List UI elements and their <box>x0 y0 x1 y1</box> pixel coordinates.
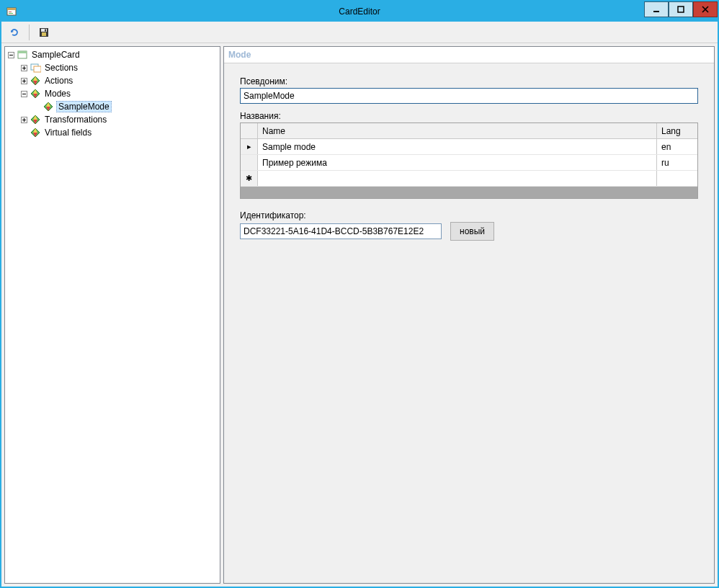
diamond-icon <box>30 75 41 86</box>
tree-panel[interactable]: SampleCard Sections <box>4 46 220 584</box>
tree-label: SampleCard <box>30 50 81 60</box>
expand-toggle-icon[interactable] <box>6 50 15 59</box>
maximize-button[interactable] <box>669 1 693 17</box>
identifier-input[interactable] <box>240 223 442 239</box>
tree-node-modes[interactable]: Modes <box>19 87 218 100</box>
table-row[interactable]: ▸ Sample mode en <box>241 139 697 155</box>
alias-input[interactable] <box>240 88 698 104</box>
row-selector-icon[interactable]: ▸ <box>241 139 258 154</box>
names-grid[interactable]: Name Lang ▸ Sample mode en Пример режима… <box>240 122 698 199</box>
expand-toggle-icon[interactable] <box>19 76 28 85</box>
tree-node-virtualfields[interactable]: Virtual fields <box>19 126 218 139</box>
content-area: SampleCard Sections <box>1 43 718 587</box>
tree-label: Modes <box>43 89 72 99</box>
app-window: CardEditor <box>0 0 719 588</box>
toolbar-separator <box>29 24 30 40</box>
svg-rect-3 <box>9 13 13 14</box>
save-icon <box>38 27 50 38</box>
row-header[interactable] <box>241 155 258 170</box>
expand-toggle-icon[interactable] <box>19 63 28 72</box>
diamond-icon <box>30 114 41 125</box>
table-row[interactable]: Пример режима ru <box>241 155 697 171</box>
section-header: Mode <box>224 47 714 63</box>
cell-name[interactable]: Sample mode <box>258 139 657 154</box>
tree-label: Sections <box>43 63 79 73</box>
diamond-icon <box>30 88 41 99</box>
cell-lang[interactable] <box>657 171 697 186</box>
svg-rect-2 <box>9 12 12 12</box>
detail-panel: Mode Псевдоним: Названия: Name Lang <box>223 46 715 584</box>
tree-label: Virtual fields <box>43 128 93 138</box>
col-header-lang[interactable]: Lang <box>657 123 697 138</box>
minimize-button[interactable] <box>644 1 669 17</box>
tree-label: Actions <box>43 76 74 86</box>
reload-button[interactable] <box>6 24 23 41</box>
tree-node-transformations[interactable]: Transformations <box>19 113 218 126</box>
cell-name[interactable]: Пример режима <box>258 155 657 170</box>
window-title: CardEditor <box>1 6 718 17</box>
cell-lang[interactable]: en <box>657 139 697 154</box>
new-row[interactable]: ✱ <box>241 171 697 187</box>
alias-label: Псевдоним: <box>240 76 698 86</box>
tree-node-samplemode[interactable]: SampleMode <box>32 100 218 113</box>
col-header-name[interactable]: Name <box>258 123 657 138</box>
tree-node-root[interactable]: SampleCard <box>6 48 218 61</box>
card-icon <box>17 49 28 61</box>
tree-node-sections[interactable]: Sections <box>19 61 218 74</box>
svg-rect-13 <box>18 51 27 53</box>
tree-label: Transformations <box>43 115 108 125</box>
reload-icon <box>9 27 20 38</box>
svg-rect-5 <box>678 6 684 12</box>
new-row-icon[interactable]: ✱ <box>241 171 258 186</box>
svg-rect-1 <box>7 8 16 10</box>
tree-label: SampleMode <box>56 101 112 112</box>
cell-lang[interactable]: ru <box>657 155 697 170</box>
tree-node-actions[interactable]: Actions <box>19 74 218 87</box>
names-label: Названия: <box>240 111 698 121</box>
save-button[interactable] <box>35 24 53 41</box>
svg-rect-9 <box>45 29 46 31</box>
svg-rect-8 <box>42 32 46 36</box>
app-icon <box>6 6 17 17</box>
sections-icon <box>30 62 41 74</box>
grid-footer <box>241 187 697 198</box>
title-bar[interactable]: CardEditor <box>1 1 718 22</box>
id-label: Идентификатор: <box>240 210 698 220</box>
expand-toggle-icon[interactable] <box>19 89 28 98</box>
cell-name[interactable] <box>258 171 657 186</box>
diamond-icon <box>43 101 54 112</box>
grid-corner[interactable] <box>241 123 258 138</box>
expand-toggle-icon[interactable] <box>19 115 28 124</box>
new-id-button[interactable]: новый <box>450 222 494 241</box>
toolbar <box>1 22 718 43</box>
diamond-icon <box>30 127 41 138</box>
svg-rect-18 <box>34 66 41 72</box>
close-button[interactable] <box>693 1 718 17</box>
